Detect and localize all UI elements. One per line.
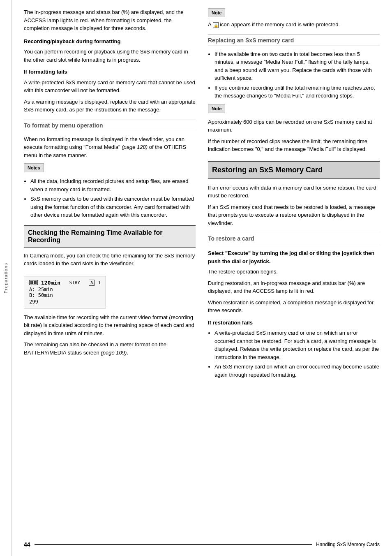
restore-card-para3: When restoration is completed, a complet… <box>208 299 380 315</box>
lock-icon: 🔒 <box>213 22 219 28</box>
note-item-2: SxS memory cards to be used with this ca… <box>30 195 196 219</box>
checking-page-ref: (page 109) <box>101 350 127 356</box>
note2-container: Note <box>208 104 380 116</box>
restore-card-para1: The restore operation begins. <box>208 268 380 276</box>
vf-card-a: A: 25min <box>29 287 101 292</box>
recording-heading: Recording/playback during formatting <box>24 37 196 46</box>
note-top-container: Note A 🔒 icon appears if the memory card… <box>208 8 380 29</box>
restore-card-subheading: Select "Execute" by turning the jog dial… <box>208 249 380 265</box>
battery-bars <box>30 281 37 284</box>
format-menu-para: When no formatting message is displayed … <box>24 135 196 160</box>
page-footer: 44 Handling SxS Memory Cards <box>12 541 392 548</box>
replacing-list: If the available time on two cards in to… <box>214 50 380 100</box>
format-menu-title: To format by menu operation <box>24 120 196 131</box>
replacing-section-title: Replacing an SxS memory card <box>208 35 380 46</box>
restoration-fails-item-2: An SxS memory card on which an error occ… <box>214 363 380 379</box>
restoring-para1: If an error occurs with data in a memory… <box>208 184 380 200</box>
sidebar: Preparations <box>0 0 12 556</box>
checking-para3: The remaining can also be checked in a m… <box>24 341 196 357</box>
vf-slot: A <box>89 280 95 286</box>
sidebar-label: Preparations <box>3 263 8 293</box>
footer-divider <box>35 544 312 545</box>
format-menu-page: (page 128) <box>122 144 148 150</box>
vf-stby: STBY <box>69 280 80 285</box>
checking-para2: The available time for recording with th… <box>24 313 196 338</box>
viewfinder-display: 120min STBY A 1 A: 25min B: 50min 299 <box>24 276 106 308</box>
page-number: 44 <box>24 541 30 548</box>
restoration-fails-list: A write-protected SxS memory card or one… <box>214 329 380 379</box>
restoring-section-box: Restoring an SxS Memory Card <box>208 161 380 179</box>
formatting-fails-para2: As a warning message is displayed, repla… <box>24 98 196 114</box>
vf-card-b: B: 50min <box>29 292 101 298</box>
restoration-fails-heading: If restoration fails <box>208 319 380 327</box>
restoring-para2: If an SxS memory card that needs to be r… <box>208 203 380 227</box>
restore-card-title: To restore a card <box>208 233 380 244</box>
vf-slot-num: 1 <box>98 280 101 285</box>
recording-para: You can perform recording or playback us… <box>24 48 196 64</box>
right-column: Note A 🔒 icon appears if the memory card… <box>208 8 380 544</box>
note2-para1: Approximately 600 clips can be recorded … <box>208 118 380 134</box>
checking-para1: In Camera mode, you can check the time r… <box>24 252 196 268</box>
vf-time: 120min <box>41 280 60 286</box>
replacing-item-2: If you continue recording until the tota… <box>214 84 380 100</box>
formatting-fails-heading: If formatting fails <box>24 68 196 76</box>
formatting-fails-para1: A write-protected SxS memory card or mem… <box>24 79 196 95</box>
notes-list: All the data, including recorded picture… <box>30 177 196 219</box>
checking-section-title: Checking the Remaining Time Available fo… <box>28 229 191 244</box>
note-para: A 🔒 icon appears if the memory card is w… <box>208 21 380 29</box>
note2-label: Note <box>208 104 225 113</box>
intro-para: The in-progress message and status bar (… <box>24 8 196 32</box>
battery-icon <box>29 280 38 285</box>
checking-section-box: Checking the Remaining Time Available fo… <box>24 225 196 248</box>
footer-text: Handling SxS Memory Cards <box>316 542 380 547</box>
restore-card-para2: During restoration, an in-progress messa… <box>208 279 380 295</box>
vf-clip-count: 299 <box>29 299 101 305</box>
vf-card-times: A: 25min B: 50min <box>29 287 101 298</box>
note2-para2: If the number of recorded clips reaches … <box>208 137 380 153</box>
note-label: Note <box>208 8 225 17</box>
restoration-fails-item-1: A write-protected SxS memory card or one… <box>214 329 380 361</box>
left-column: The in-progress message and status bar (… <box>24 8 196 544</box>
notes-label: Notes <box>24 163 44 172</box>
viewfinder-top-row: 120min STBY A 1 <box>29 280 101 286</box>
note-item-1: All the data, including recorded picture… <box>30 177 196 193</box>
replacing-item-1: If the available time on two cards in to… <box>214 50 380 82</box>
page: Preparations The in-progress message and… <box>0 0 392 556</box>
main-content: The in-progress message and status bar (… <box>12 0 392 556</box>
restoring-title: Restoring an SxS Memory Card <box>212 166 376 174</box>
